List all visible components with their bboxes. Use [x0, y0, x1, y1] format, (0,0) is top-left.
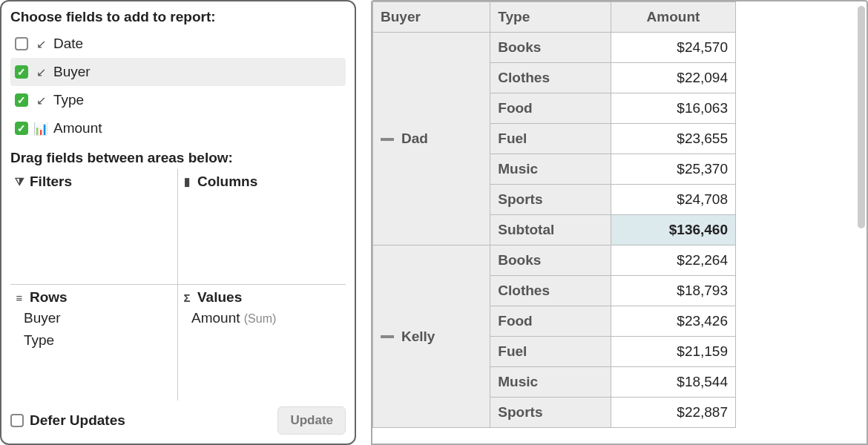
bar-chart-icon: 📊: [34, 122, 47, 136]
field-label: Type: [53, 92, 84, 108]
type-cell: Music: [490, 154, 611, 185]
subtotal-label: Subtotal: [490, 215, 611, 245]
table-row: KellyBooks$22,264: [373, 245, 736, 276]
rows-icon: ≡: [13, 291, 25, 304]
amount-cell: $22,887: [611, 398, 735, 428]
aggregation-label: (Sum): [244, 312, 277, 325]
areas-grid: ⧩ Filters ▮ Columns ≡ Rows BuyerType: [10, 169, 346, 400]
amount-cell: $23,426: [611, 306, 735, 337]
defer-updates-toggle[interactable]: Defer Updates: [10, 412, 125, 429]
group-header-dad[interactable]: Dad: [373, 33, 490, 245]
header-buyer[interactable]: Buyer: [373, 2, 490, 33]
type-cell: Fuel: [490, 124, 611, 154]
pivot-header-row: Buyer Type Amount: [373, 2, 736, 33]
amount-cell: $18,793: [611, 276, 735, 306]
field-item-type[interactable]: ✓↙Type: [10, 86, 346, 114]
pivot-table: Buyer Type Amount DadBooks$24,570Clothes…: [372, 1, 736, 428]
type-cell: Clothes: [490, 63, 611, 93]
drag-areas-label: Drag fields between areas below:: [10, 150, 346, 166]
defer-label: Defer Updates: [30, 412, 125, 429]
type-cell: Sports: [490, 185, 611, 215]
rows-area-title: ≡ Rows: [13, 289, 174, 306]
columns-area-title: ▮ Columns: [181, 174, 343, 190]
group-buyer-label: Kelly: [401, 329, 435, 344]
collapse-icon[interactable]: [381, 138, 394, 141]
amount-cell: $24,708: [611, 185, 735, 215]
arrow-bl-icon: ↙: [34, 37, 47, 51]
values-area-title: Σ Values: [181, 289, 343, 306]
defer-checkbox[interactable]: [10, 414, 24, 427]
rows-area-label: Rows: [30, 289, 68, 306]
panel-footer: Defer Updates Update: [10, 400, 346, 435]
values-area-item[interactable]: Amount (Sum): [191, 310, 343, 326]
columns-area-label: Columns: [197, 174, 257, 190]
amount-cell: $22,094: [611, 63, 735, 93]
columns-area[interactable]: ▮ Columns: [178, 169, 346, 285]
rows-area-item[interactable]: Type: [24, 332, 174, 349]
field-checkbox[interactable]: [15, 37, 28, 50]
field-item-amount[interactable]: ✓📊Amount: [10, 114, 346, 142]
type-cell: Sports: [490, 398, 611, 428]
filters-area-title: ⧩ Filters: [13, 174, 174, 190]
group-buyer-label: Dad: [401, 131, 428, 146]
table-row: DadBooks$24,570: [373, 33, 736, 63]
amount-cell: $23,655: [611, 124, 735, 154]
type-cell: Food: [490, 306, 611, 337]
type-cell: Books: [490, 33, 611, 63]
values-area[interactable]: Σ Values Amount (Sum): [178, 285, 346, 400]
subtotal-amount: $136,460: [611, 215, 735, 245]
arrow-bl-icon: ↙: [34, 65, 47, 79]
field-chooser-title: Choose fields to add to report:: [10, 9, 346, 25]
rows-area-item[interactable]: Buyer: [24, 310, 174, 326]
amount-cell: $16,063: [611, 93, 735, 124]
field-checkbox[interactable]: ✓: [15, 122, 28, 135]
type-cell: Music: [490, 367, 611, 398]
values-area-label: Values: [197, 289, 242, 306]
type-cell: Fuel: [490, 337, 611, 367]
field-chooser-panel: Choose fields to add to report: ↙Date✓↙B…: [0, 0, 356, 445]
update-button[interactable]: Update: [277, 406, 346, 435]
field-item-date[interactable]: ↙Date: [10, 30, 346, 58]
funnel-icon: ⧩: [13, 175, 25, 188]
filters-area[interactable]: ⧩ Filters: [10, 169, 178, 285]
field-item-buyer[interactable]: ✓↙Buyer: [10, 58, 346, 86]
type-cell: Food: [490, 93, 611, 124]
rows-area[interactable]: ≡ Rows BuyerType: [10, 285, 178, 400]
field-label: Buyer: [53, 64, 91, 80]
arrow-bl-icon: ↙: [34, 93, 47, 108]
field-list: ↙Date✓↙Buyer✓↙Type✓📊Amount: [10, 30, 346, 142]
amount-cell: $22,264: [611, 245, 735, 276]
field-checkbox[interactable]: ✓: [15, 65, 28, 79]
field-checkbox[interactable]: ✓: [15, 93, 28, 107]
filters-area-label: Filters: [30, 174, 72, 190]
amount-cell: $24,570: [611, 33, 735, 63]
field-label: Amount: [53, 120, 102, 136]
amount-cell: $21,159: [611, 337, 735, 367]
collapse-icon[interactable]: [381, 335, 394, 338]
amount-cell: $25,370: [611, 154, 735, 185]
header-type[interactable]: Type: [490, 2, 611, 33]
field-label: Date: [53, 36, 83, 52]
scrollbar-thumb[interactable]: [858, 6, 865, 228]
pivot-panel: Buyer Type Amount DadBooks$24,570Clothes…: [371, 0, 868, 445]
amount-cell: $18,544: [611, 367, 735, 398]
sigma-icon: Σ: [181, 291, 193, 304]
header-amount[interactable]: Amount: [611, 2, 735, 33]
app-root: Choose fields to add to report: ↙Date✓↙B…: [0, 0, 868, 445]
type-cell: Books: [490, 245, 611, 276]
type-cell: Clothes: [490, 276, 611, 306]
column-icon: ▮: [181, 175, 193, 188]
group-header-kelly[interactable]: Kelly: [373, 245, 490, 428]
